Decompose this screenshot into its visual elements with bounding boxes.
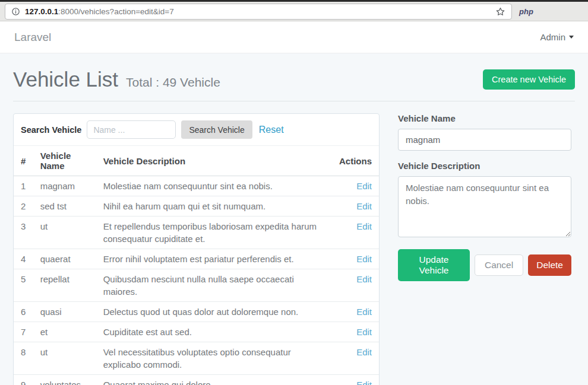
edit-link[interactable]: Edit xyxy=(356,221,372,231)
cell-vehicle-description: Delectus quod ut quas dolor aut doloremq… xyxy=(99,302,334,322)
cell-vehicle-name: repellat xyxy=(36,269,99,302)
cell-vehicle-name: voluptates xyxy=(36,375,99,385)
cell-row-number: 3 xyxy=(14,217,36,249)
search-input[interactable] xyxy=(87,120,176,139)
search-button[interactable]: Search Vehicle xyxy=(181,120,252,139)
total-count-label: Total : 49 Vehicle xyxy=(126,75,220,90)
search-bar: Search Vehicle Search Vehicle Reset xyxy=(14,114,379,146)
edit-link[interactable]: Edit xyxy=(356,201,372,211)
cell-vehicle-description: Error nihil voluptatem est pariatur perf… xyxy=(99,249,334,269)
vehicle-list-card: Search Vehicle Search Vehicle Reset # Ve… xyxy=(13,113,380,385)
bookmark-star-icon[interactable] xyxy=(495,7,505,17)
table-row: 6 quasi Delectus quod ut quas dolor aut … xyxy=(14,302,379,322)
header-divider xyxy=(13,101,575,101)
url-host: 127.0.0.1 xyxy=(25,7,58,16)
column-header-actions: Actions xyxy=(334,146,379,176)
cell-vehicle-name: quasi xyxy=(36,302,99,322)
address-bar-row: 127.0.0.1:8000/vehicles?action=edit&id=7… xyxy=(0,2,588,21)
cell-vehicle-name: magnam xyxy=(36,176,99,196)
delete-button[interactable]: Delete xyxy=(528,254,571,276)
table-row: 5 repellat Quibusdam nesciunt nulla null… xyxy=(14,269,379,302)
cell-vehicle-name: sed tst xyxy=(36,196,99,217)
vehicle-table: # Vehicle Name Vehicle Description Actio… xyxy=(14,146,379,385)
search-label: Search Vehicle xyxy=(21,125,81,135)
cell-vehicle-description: Nihil ea harum quam qui et sit numquam. xyxy=(99,196,334,217)
vehicle-description-label: Vehicle Description xyxy=(398,161,571,171)
reset-link[interactable]: Reset xyxy=(259,125,284,135)
title-group: Vehicle List Total : 49 Vehicle xyxy=(13,68,220,91)
cell-row-number: 1 xyxy=(14,176,36,196)
brand-logo[interactable]: Laravel xyxy=(14,31,51,44)
cell-row-number: 4 xyxy=(14,249,36,269)
cell-vehicle-description: Quaerat maxime qui dolore. xyxy=(99,375,334,385)
app-navbar: Laravel Admin xyxy=(0,21,588,53)
edit-vehicle-form: Vehicle Name Vehicle Description Molesti… xyxy=(398,113,571,281)
table-body: 1 magnam Molestiae nam consequuntur sint… xyxy=(14,176,379,385)
column-header-description: Vehicle Description xyxy=(99,146,334,176)
vehicle-name-label: Vehicle Name xyxy=(398,113,571,123)
cell-row-number: 6 xyxy=(14,302,36,322)
page-content: Vehicle List Total : 49 Vehicle Create n… xyxy=(0,53,588,385)
edit-link[interactable]: Edit xyxy=(356,347,372,357)
cell-row-number: 8 xyxy=(14,342,36,375)
browser-chrome: 127.0.0.1:8000/vehicles?action=edit&id=7… xyxy=(0,0,588,21)
cell-row-number: 5 xyxy=(14,269,36,302)
table-row: 1 magnam Molestiae nam consequuntur sint… xyxy=(14,176,379,196)
cell-vehicle-description: Et repellendus temporibus laboriosam exp… xyxy=(99,217,334,249)
url-path: :8000/vehicles?action=edit&id=7 xyxy=(58,7,173,16)
cell-vehicle-name: ut xyxy=(36,217,99,249)
table-row: 9 voluptates Quaerat maxime qui dolore. … xyxy=(14,375,379,385)
table-row: 8 ut Vel necessitatibus voluptates optio… xyxy=(14,342,379,375)
update-vehicle-button[interactable]: Update Vehicle xyxy=(398,249,470,281)
column-header-name: Vehicle Name xyxy=(36,146,99,176)
cell-row-number: 7 xyxy=(14,322,36,342)
address-bar[interactable]: 127.0.0.1:8000/vehicles?action=edit&id=7 xyxy=(5,4,512,20)
user-dropdown[interactable]: Admin xyxy=(540,32,574,42)
edit-link[interactable]: Edit xyxy=(356,181,372,191)
create-vehicle-button[interactable]: Create new Vehicle xyxy=(483,69,575,90)
cell-vehicle-description: Vel necessitatibus voluptates optio cons… xyxy=(99,342,334,375)
cell-vehicle-name: et xyxy=(36,322,99,342)
table-row: 7 et Cupiditate est aut sed. Edit xyxy=(14,322,379,342)
table-header-row: # Vehicle Name Vehicle Description Actio… xyxy=(14,146,379,176)
cell-vehicle-description: Molestiae nam consequuntur sint ea nobis… xyxy=(99,176,334,196)
url-text[interactable]: 127.0.0.1:8000/vehicles?action=edit&id=7 xyxy=(25,7,174,16)
chevron-down-icon xyxy=(569,36,574,39)
table-row: 4 quaerat Error nihil voluptatem est par… xyxy=(14,249,379,269)
page-header: Vehicle List Total : 49 Vehicle Create n… xyxy=(13,68,575,91)
cell-vehicle-description: Quibusdam nesciunt nulla nulla saepe occ… xyxy=(99,269,334,302)
edit-link[interactable]: Edit xyxy=(356,274,372,284)
page-title: Vehicle List xyxy=(13,68,118,91)
edit-link[interactable]: Edit xyxy=(356,380,372,385)
user-dropdown-label: Admin xyxy=(540,32,565,42)
form-actions: Update Vehicle Cancel Delete xyxy=(398,249,571,281)
edit-link[interactable]: Edit xyxy=(356,327,372,337)
cell-row-number: 2 xyxy=(14,196,36,217)
vehicle-name-input[interactable] xyxy=(398,129,571,151)
cell-row-number: 9 xyxy=(14,375,36,385)
php-extension-badge[interactable]: php xyxy=(519,7,533,16)
vehicle-description-textarea[interactable]: Molestiae nam consequuntur sint ea nobis… xyxy=(398,176,571,237)
edit-link[interactable]: Edit xyxy=(356,307,372,317)
cell-vehicle-description: Cupiditate est aut sed. xyxy=(99,322,334,342)
table-row: 2 sed tst Nihil ea harum quam qui et sit… xyxy=(14,196,379,217)
edit-link[interactable]: Edit xyxy=(356,254,372,264)
page-info-icon[interactable] xyxy=(11,7,20,16)
cell-vehicle-name: quaerat xyxy=(36,249,99,269)
table-row: 3 ut Et repellendus temporibus laboriosa… xyxy=(14,217,379,249)
cancel-button[interactable]: Cancel xyxy=(475,254,523,276)
column-header-num: # xyxy=(14,146,36,176)
cell-vehicle-name: ut xyxy=(36,342,99,375)
